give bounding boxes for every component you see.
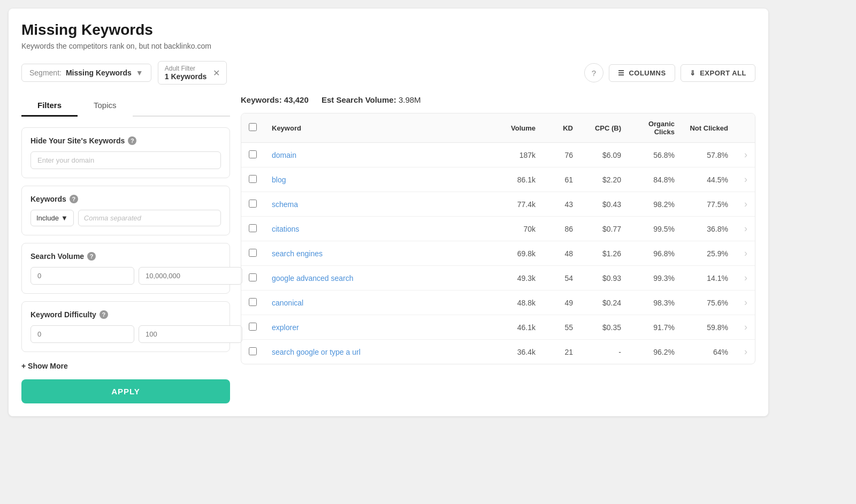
row-action-icon[interactable]: › [736, 266, 755, 291]
show-more-button[interactable]: + Show More [21, 362, 68, 370]
keyword-difficulty-title: Keyword Difficulty ? [30, 310, 221, 319]
table-row: google advanced search 49.3k 54 $0.93 99… [241, 266, 755, 291]
keywords-table: Keyword Volume KD CPC (B) [241, 113, 755, 364]
toolbar-right: ? ☰ COLUMNS ⇓ EXPORT ALL [584, 63, 755, 82]
th-volume[interactable]: Volume [495, 113, 543, 143]
row-organic: 96.2% [629, 340, 682, 364]
row-action-icon[interactable]: › [736, 167, 755, 192]
search-volume-help-icon[interactable]: ? [87, 252, 96, 261]
volume-max-input[interactable] [139, 267, 242, 285]
row-notclicked: 25.9% [682, 241, 736, 266]
row-checkbox[interactable] [249, 347, 257, 355]
row-cpc: $0.43 [580, 192, 629, 217]
domain-input[interactable] [30, 151, 221, 169]
row-volume: 187k [495, 143, 543, 167]
keywords-filter-help-icon[interactable]: ? [70, 195, 78, 203]
difficulty-min-input[interactable] [30, 325, 134, 343]
keyword-link[interactable]: domain [272, 151, 296, 159]
include-chevron-icon: ▼ [61, 214, 68, 222]
keyword-link[interactable]: citations [272, 225, 299, 233]
row-organic: 91.7% [629, 315, 682, 340]
row-keyword: blog [264, 167, 495, 192]
search-volume-section: Search Volume ? [21, 243, 230, 294]
row-action-icon[interactable]: › [736, 241, 755, 266]
keywords-label: Keywords: [241, 95, 282, 104]
row-action-icon[interactable]: › [736, 291, 755, 315]
row-action-icon[interactable]: › [736, 217, 755, 241]
volume-row [30, 267, 221, 285]
volume-min-input[interactable] [30, 267, 134, 285]
page-subtitle: Keywords the competitors rank on, but no… [21, 42, 755, 50]
keyword-link[interactable]: search google or type a url [272, 348, 361, 356]
table-row: explorer 46.1k 55 $0.35 91.7% 59.8% › [241, 315, 755, 340]
keyword-difficulty-help-icon[interactable]: ? [100, 310, 108, 319]
row-kd: 21 [543, 340, 580, 364]
row-checkbox[interactable] [249, 175, 257, 183]
keyword-link[interactable]: search engines [272, 249, 323, 258]
segment-select[interactable]: Segment: Missing Keywords ▼ [21, 64, 151, 82]
row-kd: 49 [543, 291, 580, 315]
row-notclicked: 44.5% [682, 167, 736, 192]
segment-value: Missing Keywords [66, 68, 132, 77]
keyword-link[interactable]: schema [272, 200, 298, 209]
filter-close-icon[interactable]: ✕ [213, 68, 220, 78]
row-checkbox[interactable] [249, 273, 257, 281]
hide-keywords-section: Hide Your Site's Keywords ? [21, 127, 230, 178]
row-checkbox[interactable] [249, 249, 257, 257]
table-row: canonical 48.8k 49 $0.24 98.3% 75.6% › [241, 291, 755, 315]
keywords-filter-section: Keywords ? Include ▼ [21, 186, 230, 235]
row-checkbox-cell [241, 241, 264, 266]
export-button[interactable]: ⇓ EXPORT ALL [681, 64, 755, 82]
row-organic: 98.3% [629, 291, 682, 315]
row-volume: 77.4k [495, 192, 543, 217]
row-checkbox-cell [241, 340, 264, 364]
row-notclicked: 59.8% [682, 315, 736, 340]
th-cpc[interactable]: CPC (B) [580, 113, 629, 143]
question-icon: ? [592, 68, 596, 78]
row-checkbox[interactable] [249, 323, 257, 331]
row-volume: 46.1k [495, 315, 543, 340]
help-button[interactable]: ? [584, 63, 603, 82]
keywords-input[interactable] [78, 210, 221, 226]
row-checkbox[interactable] [249, 298, 257, 306]
row-kd: 55 [543, 315, 580, 340]
keyword-link[interactable]: google advanced search [272, 274, 354, 282]
select-all-checkbox[interactable] [249, 123, 257, 131]
row-checkbox[interactable] [249, 200, 257, 208]
row-action-icon[interactable]: › [736, 340, 755, 364]
tab-topics[interactable]: Topics [78, 95, 133, 117]
row-checkbox-cell [241, 291, 264, 315]
row-organic: 96.8% [629, 241, 682, 266]
row-action-icon[interactable]: › [736, 315, 755, 340]
row-organic: 98.2% [629, 192, 682, 217]
keyword-link[interactable]: explorer [272, 323, 299, 332]
tab-filters[interactable]: Filters [21, 95, 78, 117]
adult-filter-badge: Adult Filter 1 Keywords ✕ [158, 61, 227, 85]
row-keyword: schema [264, 192, 495, 217]
row-kd: 76 [543, 143, 580, 167]
export-icon: ⇓ [690, 69, 696, 77]
row-cpc: $2.20 [580, 167, 629, 192]
row-cpc: $0.35 [580, 315, 629, 340]
row-kd: 86 [543, 217, 580, 241]
apply-button[interactable]: APPLY [21, 379, 230, 403]
row-notclicked: 57.8% [682, 143, 736, 167]
difficulty-max-input[interactable] [139, 325, 242, 343]
keyword-link[interactable]: blog [272, 175, 286, 184]
keyword-link[interactable]: canonical [272, 299, 303, 307]
th-kd[interactable]: KD [543, 113, 580, 143]
row-volume: 36.4k [495, 340, 543, 364]
row-volume: 70k [495, 217, 543, 241]
row-action-icon[interactable]: › [736, 143, 755, 167]
row-action-icon[interactable]: › [736, 192, 755, 217]
hide-keywords-help-icon[interactable]: ? [128, 136, 136, 145]
th-not-clicked[interactable]: Not Clicked [682, 113, 736, 143]
row-checkbox-cell [241, 192, 264, 217]
row-keyword: domain [264, 143, 495, 167]
row-checkbox[interactable] [249, 224, 257, 232]
th-keyword[interactable]: Keyword [264, 113, 495, 143]
columns-button[interactable]: ☰ COLUMNS [609, 64, 675, 82]
include-select[interactable]: Include ▼ [30, 210, 74, 226]
th-organic-clicks[interactable]: Organic Clicks [629, 113, 682, 143]
row-checkbox[interactable] [249, 150, 257, 158]
